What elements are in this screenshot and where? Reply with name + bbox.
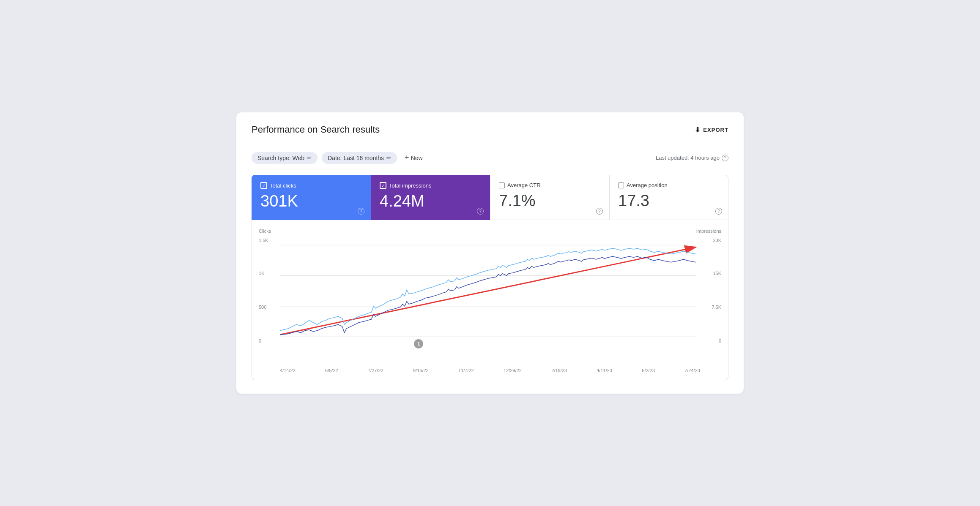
date-filter[interactable]: Date: Last 16 months ✏ [322, 152, 397, 164]
x-label-0: 4/14/22 [280, 368, 296, 373]
x-label-6: 2/19/23 [551, 368, 567, 373]
y-axis-right: Impressions 23K 15K 7.5K 0 [698, 229, 721, 364]
y-axis-left: Clicks 1.5K 1K 500 0 [259, 229, 278, 364]
metric-value-impressions: 4.24M [380, 192, 481, 210]
x-label-4: 11/7/22 [458, 368, 474, 373]
metric-label-ctr: Average CTR [507, 182, 541, 188]
x-label-2: 7/27/22 [368, 368, 383, 373]
x-label-3: 9/16/22 [413, 368, 429, 373]
y-left-title: Clicks [259, 229, 271, 234]
x-axis-labels: 4/14/22 6/5/22 7/27/22 9/16/22 11/7/22 1… [259, 365, 721, 373]
download-icon: ⬇ [695, 126, 701, 134]
metric-help-impressions: ? [477, 207, 484, 215]
help-icon-ctr[interactable]: ? [596, 208, 603, 215]
y-left-1: 1.5K [259, 238, 268, 243]
metrics-row: Total clicks 301K ? Total impressions 4.… [252, 175, 728, 220]
y-left-4: 0 [259, 338, 261, 343]
edit-icon: ✏ [386, 155, 391, 161]
search-type-filter[interactable]: Search type: Web ✏ [252, 152, 318, 164]
help-icon-impressions[interactable]: ? [477, 208, 484, 215]
metric-average-ctr[interactable]: Average CTR 7.1% ? [490, 175, 609, 220]
metric-header-ctr: Average CTR [499, 182, 600, 188]
metric-average-position[interactable]: Average position 17.3 ? [609, 175, 728, 220]
y-right-3: 7.5K [712, 305, 721, 310]
header-row: Performance on Search results ⬇ EXPORT [252, 124, 728, 135]
last-updated-help-icon[interactable]: ? [722, 155, 728, 161]
metric-help-clicks: ? [358, 207, 364, 215]
x-label-9: 7/24/23 [684, 368, 700, 373]
x-label-5: 12/29/22 [504, 368, 522, 373]
metric-label-position: Average position [627, 182, 668, 188]
metric-help-position: ? [715, 207, 722, 215]
filter-row: Search type: Web ✏ Date: Last 16 months … [252, 151, 728, 165]
y-left-3: 500 [259, 305, 266, 310]
help-icon-clicks[interactable]: ? [358, 208, 364, 215]
metric-total-impressions[interactable]: Total impressions 4.24M ? [371, 175, 490, 220]
metric-label-impressions: Total impressions [389, 182, 431, 189]
x-label-7: 4/11/23 [597, 368, 612, 373]
metric-help-ctr: ? [596, 207, 603, 215]
plus-icon: + [405, 153, 409, 162]
metric-header-position: Average position [618, 182, 720, 188]
y-right-1: 23K [713, 238, 721, 243]
y-right-2: 15K [713, 271, 721, 276]
y-right-title: Impressions [696, 229, 721, 234]
annotation-dot[interactable]: 1 [414, 339, 423, 348]
checkbox-unchecked-icon [499, 182, 505, 188]
checkbox-icon [260, 182, 267, 189]
x-label-1: 6/5/22 [325, 368, 338, 373]
x-label-8: 6/2/23 [642, 368, 655, 373]
header-divider [252, 143, 728, 143]
checkbox-icon [380, 182, 386, 189]
chart-svg-element [280, 237, 696, 351]
y-right-4: 0 [719, 338, 721, 343]
chart-svg [280, 237, 696, 351]
export-button[interactable]: ⬇ EXPORT [695, 126, 728, 134]
chart-area: Clicks 1.5K 1K 500 0 Impressions 23K 15K… [259, 229, 721, 364]
metric-value-clicks: 301K [260, 192, 362, 210]
metric-total-clicks[interactable]: Total clicks 301K ? [252, 175, 371, 220]
metric-value-ctr: 7.1% [499, 192, 600, 210]
edit-icon: ✏ [307, 155, 312, 161]
new-filter-button[interactable]: + New [401, 151, 426, 165]
page-title: Performance on Search results [252, 124, 380, 135]
metric-header-impressions: Total impressions [380, 182, 481, 189]
metric-header-clicks: Total clicks [260, 182, 362, 189]
chart-container: Clicks 1.5K 1K 500 0 Impressions 23K 15K… [252, 220, 728, 380]
last-updated: Last updated: 4 hours ago ? [656, 155, 728, 161]
svg-line-4 [280, 247, 696, 335]
metric-value-position: 17.3 [618, 192, 720, 210]
metric-label-clicks: Total clicks [270, 182, 296, 189]
main-card: Performance on Search results ⬇ EXPORT S… [236, 112, 744, 394]
checkbox-unchecked-icon [618, 182, 624, 188]
help-icon-position[interactable]: ? [715, 208, 722, 215]
y-left-2: 1K [259, 271, 264, 276]
